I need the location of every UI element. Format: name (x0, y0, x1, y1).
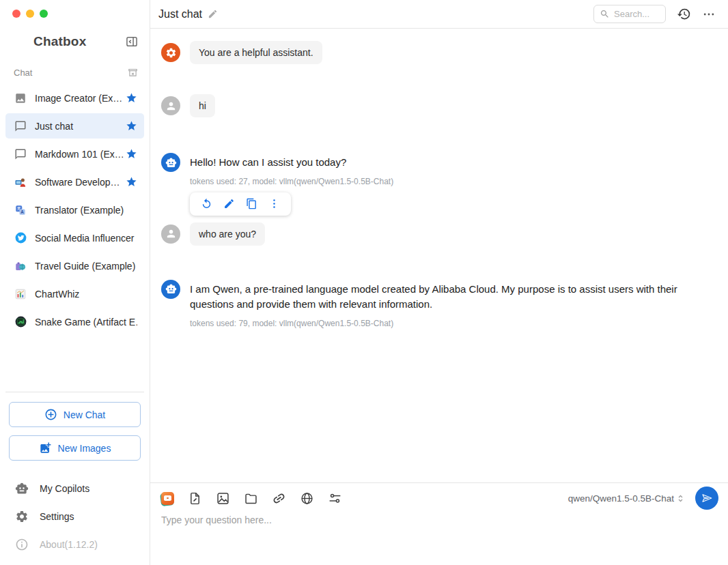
message-more-icon[interactable] (263, 197, 285, 211)
sidebar-divider (5, 392, 144, 392)
developer-emoji-icon (14, 175, 27, 189)
unfold-chevrons-icon (675, 493, 686, 504)
image-icon (14, 91, 27, 105)
add-image-icon (39, 441, 52, 454)
gear-icon (15, 510, 29, 523)
message-list: You are a helpful assistant. hi Hello! H… (150, 29, 728, 482)
message-text: I am Qwen, a pre-trained language model … (190, 282, 718, 313)
system-message: You are a helpful assistant. (161, 41, 718, 64)
settings-sliders-icon[interactable] (328, 491, 342, 506)
new-chat-label: New Chat (64, 409, 105, 420)
close-window-button[interactable] (12, 10, 20, 18)
sidebar-item-just-chat[interactable]: Just chat (5, 113, 144, 139)
sidebar-item-software-developer[interactable]: Software Develop… (5, 169, 144, 194)
new-images-label: New Images (58, 443, 111, 454)
sidebar-item-chartwhiz[interactable]: ChartWhiz (5, 281, 144, 306)
sidebar-item-social-media-influencer[interactable]: Social Media Influencer … (5, 225, 144, 250)
composer: qwen/Qwen1.5-0.5B-Chat (150, 482, 728, 565)
chat-section-header: Chat (14, 67, 139, 78)
chat-item-label: Translator (Example) (35, 205, 137, 216)
sidebar-item-travel-guide[interactable]: Travel Guide (Example) (5, 253, 144, 278)
chat-header: Just chat (150, 0, 728, 29)
collapse-sidebar-icon[interactable] (125, 35, 139, 48)
edit-message-icon[interactable] (218, 197, 240, 211)
star-icon[interactable] (126, 92, 137, 104)
chat-bubble-icon (14, 147, 27, 161)
message-text: who are you? (190, 222, 265, 246)
sidebar-item-snake-game[interactable]: Snake Game (Artifact E… (5, 309, 144, 334)
brand: Chatbox (14, 34, 139, 49)
attach-note-icon[interactable] (188, 491, 202, 506)
twitter-icon (14, 231, 27, 245)
search-input[interactable] (614, 9, 658, 19)
my-copilots-item[interactable]: My Copilots (0, 474, 150, 502)
chat-item-label: Snake Game (Artifact E… (35, 317, 137, 328)
assistant-message: Hello! How can I assist you today? token… (161, 153, 718, 216)
chatbox-mini-logo-icon[interactable] (161, 492, 174, 505)
new-images-button[interactable]: New Images (9, 435, 141, 461)
translate-icon: A (14, 203, 27, 217)
message-text: hi (190, 94, 215, 117)
model-name: qwen/Qwen1.5-0.5B-Chat (568, 493, 674, 504)
history-icon[interactable] (677, 7, 691, 21)
message-toolbar (190, 192, 291, 216)
search-box[interactable] (593, 5, 666, 23)
plus-circle-icon (44, 408, 57, 421)
chat-list: Image Creator (Ex… Just chat Markdown 10… (0, 85, 150, 337)
attach-link-icon[interactable] (272, 491, 286, 506)
app-title: Chatbox (33, 34, 125, 49)
attach-image-icon[interactable] (216, 491, 230, 506)
about-item[interactable]: About(1.12.2) (0, 530, 150, 558)
section-label: Chat (14, 68, 127, 78)
message-input[interactable] (161, 513, 718, 562)
chat-item-label: Travel Guide (Example) (35, 261, 137, 272)
copy-message-icon[interactable] (240, 197, 263, 211)
minimize-window-button[interactable] (26, 10, 34, 18)
chart-emoji-icon (14, 287, 27, 301)
web-browsing-icon[interactable] (300, 491, 314, 506)
chat-bubble-icon (14, 119, 27, 133)
chat-item-label: Just chat (35, 121, 126, 132)
assistant-message: I am Qwen, a pre-trained language model … (161, 280, 718, 328)
message-text: Hello! How can I assist you today? (190, 155, 718, 171)
edit-title-icon[interactable] (208, 9, 218, 19)
send-plane-icon (701, 492, 713, 504)
sidebar-item-translator[interactable]: A Translator (Example) (5, 197, 144, 222)
chat-item-label: ChartWhiz (35, 289, 137, 300)
sidebar: Chatbox Chat Image Creator (Ex… (0, 0, 150, 565)
sidebar-item-image-creator[interactable]: Image Creator (Ex… (5, 85, 144, 111)
new-chat-button[interactable]: New Chat (9, 402, 141, 427)
regenerate-icon[interactable] (195, 197, 218, 211)
assistant-avatar-robot-icon (161, 280, 180, 299)
composer-toolbar: qwen/Qwen1.5-0.5B-Chat (161, 483, 718, 513)
svg-text:A: A (20, 209, 24, 214)
main-panel: Just chat (150, 0, 728, 565)
archive-icon[interactable] (127, 67, 139, 78)
chat-item-label: Software Develop… (35, 177, 126, 188)
zoom-window-button[interactable] (40, 10, 48, 18)
star-icon[interactable] (126, 120, 137, 132)
more-options-icon[interactable] (702, 8, 716, 21)
chatbox-logo-icon (14, 35, 27, 48)
star-icon[interactable] (126, 148, 137, 160)
token-usage-text: tokens used: 27, model: vllm(qwen/Qwen1.… (190, 177, 718, 186)
settings-label: Settings (40, 511, 74, 522)
send-button[interactable] (695, 487, 718, 510)
user-message: hi (161, 94, 718, 117)
chat-item-label: Image Creator (Ex… (35, 93, 126, 104)
attach-file-icon[interactable] (244, 491, 258, 506)
user-avatar-icon (161, 224, 180, 244)
search-icon (600, 9, 610, 19)
star-icon[interactable] (126, 176, 137, 188)
travel-emoji-icon (14, 259, 27, 273)
window-controls (12, 10, 150, 18)
sidebar-item-markdown-101[interactable]: Markdown 101 (Ex… (5, 141, 144, 166)
chat-item-label: Social Media Influencer … (35, 233, 137, 244)
chat-item-label: Markdown 101 (Ex… (35, 149, 126, 160)
message-text: You are a helpful assistant. (190, 41, 322, 64)
user-avatar-icon (161, 96, 180, 115)
model-selector[interactable]: qwen/Qwen1.5-0.5B-Chat (568, 493, 686, 504)
user-message: who are you? (161, 222, 718, 246)
settings-item[interactable]: Settings (0, 502, 150, 530)
about-label: About(1.12.2) (40, 539, 98, 550)
